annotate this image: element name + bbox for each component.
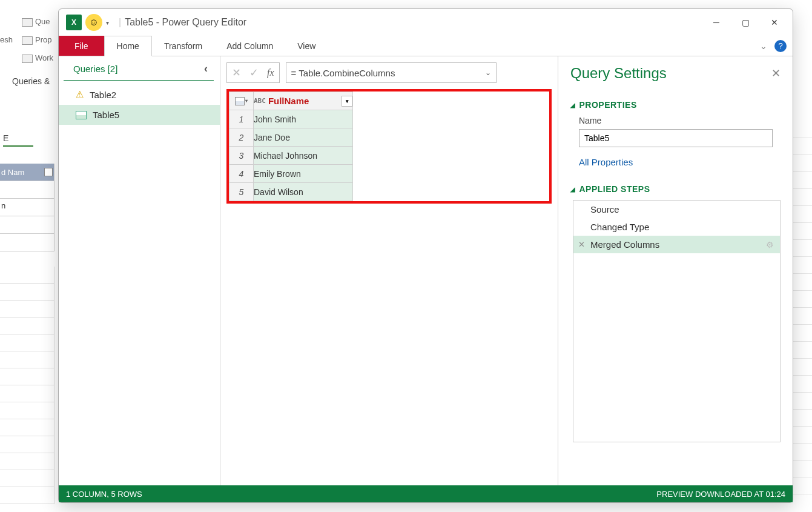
cancel-formula-icon[interactable]: ✕ — [232, 66, 241, 79]
query-item-table5[interactable]: Table5 — [59, 105, 220, 125]
status-right: PREVIEW DOWNLOADED AT 01:24 — [656, 490, 785, 499]
step-label: Changed Type — [590, 222, 649, 232]
ribbon-tabs: File Home Transform Add Column View ⌄ ? — [59, 36, 793, 56]
table-icon — [235, 97, 245, 105]
tab-transform[interactable]: Transform — [152, 36, 214, 56]
table-icon — [76, 111, 87, 119]
query-item-label: Table2 — [90, 90, 116, 100]
maximize-button[interactable]: ▢ — [731, 11, 760, 34]
data-table: ▾ ABC FullName ▾ 1John Smith 2Jane Doe 3… — [229, 91, 353, 201]
step-changed-type[interactable]: Changed Type — [573, 218, 780, 236]
cell-value: John Smith — [254, 110, 353, 128]
cell-value: Jane Doe — [254, 128, 353, 147]
table-row[interactable]: 5David Wilson — [229, 183, 353, 201]
bg-ribbon-item: Prop — [22, 35, 51, 45]
excel-app-icon: X — [66, 15, 82, 30]
row-number: 1 — [229, 110, 254, 128]
all-properties-link[interactable]: All Properties — [579, 157, 781, 167]
applied-steps-section-header[interactable]: ◢ APPLIED STEPS — [570, 184, 781, 194]
caret-icon: ◢ — [570, 186, 576, 193]
settings-title: Query Settings — [570, 65, 667, 82]
commit-formula-icon[interactable]: ✓ — [249, 66, 259, 79]
applied-steps-list: Source Changed Type ✕ Merged Columns ⚙ — [573, 200, 781, 442]
qat-dropdown[interactable]: ▾ — [104, 18, 111, 27]
table-row[interactable]: 3Michael Johnson — [229, 147, 353, 165]
highlighted-table: ▾ ABC FullName ▾ 1John Smith 2Jane Doe 3… — [226, 89, 552, 204]
table-row[interactable]: 4Emily Brown — [229, 165, 353, 183]
row-number: 4 — [229, 165, 254, 183]
queries-collapse-icon[interactable]: ‹ — [204, 62, 208, 75]
query-name-input[interactable] — [579, 129, 773, 147]
step-label: Source — [590, 204, 619, 214]
row-number: 2 — [229, 128, 254, 147]
caret-icon: ◢ — [570, 102, 576, 108]
formula-text: = Table.CombineColumns — [291, 68, 395, 78]
cell-value: David Wilson — [254, 183, 353, 201]
power-query-window: X ☺ ▾ | Table5 - Power Query Editor ─ ▢ … — [58, 8, 793, 503]
status-left: 1 COLUMN, 5 ROWS — [66, 490, 142, 499]
title-bar: X ☺ ▾ | Table5 - Power Query Editor ─ ▢ … — [59, 9, 793, 36]
step-source[interactable]: Source — [573, 201, 780, 218]
step-label: Merged Columns — [590, 239, 659, 250]
help-icon[interactable]: ? — [774, 40, 787, 52]
cell-value: Michael Johnson — [254, 147, 353, 165]
name-label: Name — [579, 116, 781, 125]
gear-icon[interactable]: ⚙ — [766, 240, 774, 250]
tab-home[interactable]: Home — [104, 36, 152, 56]
bg-ribbon-item: Work — [22, 53, 53, 63]
close-button[interactable]: ✕ — [760, 11, 789, 34]
tab-file[interactable]: File — [59, 36, 104, 56]
tab-view[interactable]: View — [285, 36, 328, 56]
row-number: 3 — [229, 147, 254, 165]
bg-ribbon-item: Que — [22, 17, 50, 27]
chevron-down-icon: ▾ — [245, 98, 248, 104]
ribbon-collapse-icon[interactable]: ⌄ — [760, 41, 767, 51]
query-settings-pane: Query Settings ✕ ◢ PROPERTIES Name All P… — [558, 56, 793, 485]
status-bar: 1 COLUMN, 5 ROWS PREVIEW DOWNLOADED AT 0… — [59, 485, 793, 502]
bg-ribbon-item: esh — [0, 35, 13, 44]
fx-icon[interactable]: fx — [267, 67, 274, 78]
text-type-icon: ABC — [254, 97, 266, 105]
data-preview-area: ✕ ✓ fx = Table.CombineColumns ⌄ ▾ — [220, 56, 558, 485]
formula-expand-icon[interactable]: ⌄ — [485, 68, 491, 77]
bg-queries-label: Queries & — [12, 76, 50, 86]
bg-partial-cells: d Nam▾ n — [0, 164, 54, 251]
delete-step-icon[interactable]: ✕ — [578, 240, 585, 249]
cell-value: Emily Brown — [254, 165, 353, 183]
step-merged-columns[interactable]: ✕ Merged Columns ⚙ — [573, 236, 780, 253]
window-title: Table5 - Power Query Editor — [125, 17, 246, 28]
column-name: FullName — [268, 96, 309, 106]
formula-toolbar: ✕ ✓ fx — [226, 62, 280, 83]
column-header-fullname[interactable]: ABC FullName ▾ — [254, 92, 353, 110]
bg-column-e: E — [3, 133, 33, 147]
queries-pane-title: Queries [2] — [73, 64, 117, 74]
separator: | — [119, 17, 121, 28]
properties-section-header[interactable]: ◢ PROPERTIES — [570, 100, 781, 110]
queries-pane: Queries [2] ‹ ⚠ Table2 Table5 — [59, 56, 220, 485]
tab-add-column[interactable]: Add Column — [214, 36, 285, 56]
settings-close-icon[interactable]: ✕ — [771, 67, 781, 80]
column-filter-dropdown[interactable]: ▾ — [342, 96, 352, 107]
table-row[interactable]: 1John Smith — [229, 110, 353, 128]
minimize-button[interactable]: ─ — [702, 11, 731, 34]
feedback-smiley-icon[interactable]: ☺ — [85, 14, 102, 31]
table-corner[interactable]: ▾ — [229, 92, 254, 110]
query-item-label: Table5 — [93, 110, 119, 120]
formula-bar[interactable]: = Table.CombineColumns ⌄ — [286, 62, 497, 83]
warning-icon: ⚠ — [76, 89, 84, 100]
query-item-table2[interactable]: ⚠ Table2 — [59, 84, 220, 105]
table-row[interactable]: 2Jane Doe — [229, 128, 353, 147]
row-number: 5 — [229, 183, 254, 201]
